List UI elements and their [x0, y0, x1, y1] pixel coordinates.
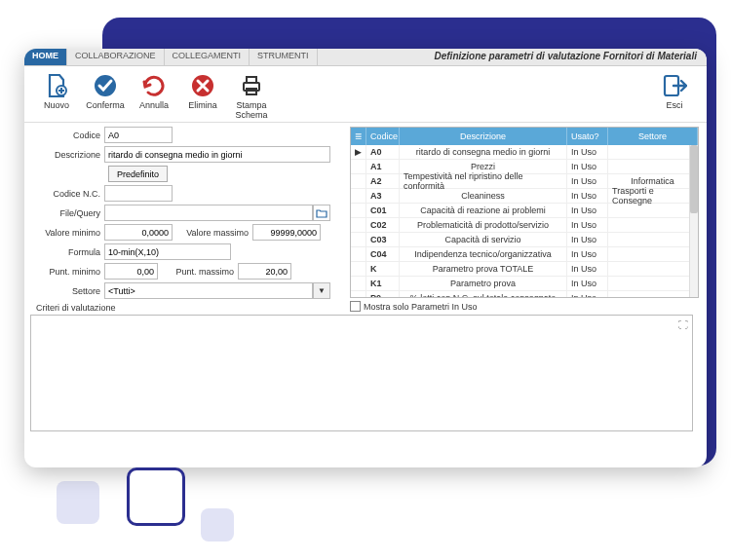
toolbar: Nuovo Conferma Annulla Elimina Stampa Sc… [24, 66, 707, 123]
row-marker [351, 262, 366, 276]
tab-bar: HOME COLLABORAZIONE COLLEGAMENTI STRUMEN… [24, 49, 707, 66]
cell-settore: Trasporti e Consegne [608, 189, 698, 203]
cell-codice: K [366, 262, 400, 276]
descrizione-input[interactable] [104, 146, 330, 163]
cell-settore [608, 145, 698, 159]
predefinito-button[interactable]: Predefinito [108, 166, 168, 182]
settore-dropdown-button[interactable]: ▼ [313, 282, 330, 299]
cell-codice: A0 [366, 145, 400, 159]
confirm-check-icon [92, 72, 119, 99]
cell-descrizione: Cleaniness [400, 189, 567, 203]
form-panel: Codice Descrizione Predefinito Codice N.… [32, 127, 344, 460]
cell-settore [608, 277, 698, 290]
stampa-schema-button[interactable]: Stampa Schema [227, 72, 276, 121]
elimina-label: Elimina [188, 101, 217, 111]
row-marker [351, 277, 366, 290]
app-window: HOME COLLABORAZIONE COLLEGAMENTI STRUMEN… [24, 49, 707, 467]
table-row[interactable]: C03Capacità di servizioIn Uso [351, 233, 698, 247]
row-marker [351, 174, 366, 188]
delete-icon [189, 72, 216, 99]
table-row[interactable]: C02Problematicità di prodotto/servizioIn… [351, 218, 698, 233]
table-row[interactable]: C04Indipendenza tecnico/organizzativaIn … [351, 247, 698, 262]
cell-settore [608, 247, 698, 261]
row-marker [351, 291, 366, 297]
table-row[interactable]: P0% lotti con N.C. sul totale consegnato… [351, 291, 698, 297]
criteri-label: Criteri di valutazione [36, 303, 344, 313]
cell-descrizione: ritardo di consegna medio in giorni [400, 145, 567, 159]
esci-button[interactable]: Esci [650, 72, 699, 111]
file-query-label: File/Query [32, 208, 104, 218]
cell-usato: In Uso [567, 218, 608, 232]
punt-massimo-label: Punt. massimo [158, 267, 238, 277]
cell-usato: In Uso [567, 262, 608, 276]
row-marker [351, 204, 366, 217]
grid-header-descrizione[interactable]: Descrizione [400, 128, 567, 145]
punt-minimo-label: Punt. minimo [32, 267, 104, 277]
cell-settore [608, 233, 698, 246]
formula-input[interactable] [104, 243, 231, 260]
svg-rect-4 [247, 77, 256, 83]
grid-header-codice[interactable]: Codice [366, 128, 400, 145]
file-query-browse-button[interactable] [313, 205, 330, 221]
criteri-textarea[interactable]: ⛶ [30, 315, 693, 431]
cell-codice: C01 [366, 204, 400, 217]
grid-header-usato[interactable]: Usato? [567, 128, 608, 145]
mostra-solo-in-uso-checkbox[interactable] [350, 301, 361, 312]
grid-scrollbar[interactable] [689, 145, 698, 297]
codice-nc-label: Codice N.C. [32, 189, 104, 199]
conferma-button[interactable]: Conferma [81, 72, 130, 111]
decorative-square-2 [127, 467, 185, 526]
undo-icon [140, 72, 168, 99]
cell-codice: P0 [366, 291, 400, 297]
cell-codice: C02 [366, 218, 400, 232]
folder-icon [316, 208, 327, 218]
settore-label: Settore [32, 286, 104, 296]
formula-label: Formula [32, 247, 104, 257]
cell-descrizione: Indipendenza tecnico/organizzativa [400, 247, 567, 261]
row-marker [351, 233, 366, 246]
tab-collegamenti[interactable]: COLLEGAMENTI [165, 49, 250, 65]
tab-strumenti[interactable]: STRUMENTI [250, 49, 318, 65]
grid-menu-icon[interactable]: ≡ [351, 128, 366, 145]
cell-descrizione: Parametro prova [400, 277, 567, 290]
annulla-button[interactable]: Annulla [130, 72, 178, 111]
cell-settore [608, 291, 698, 297]
print-icon [238, 72, 265, 99]
row-marker [351, 160, 366, 173]
table-row[interactable]: K1Parametro provaIn Uso [351, 277, 698, 291]
elimina-button[interactable]: Elimina [178, 72, 227, 111]
grid-body[interactable]: ▶A0ritardo di consegna medio in giorniIn… [351, 145, 698, 297]
chevron-down-icon: ▼ [318, 286, 326, 295]
cell-settore [608, 262, 698, 276]
table-row[interactable]: KParametro prova TOTALEIn Uso [351, 262, 698, 277]
punt-minimo-input[interactable] [104, 263, 158, 280]
cell-codice: C04 [366, 247, 400, 261]
cell-settore [608, 160, 698, 173]
codice-input[interactable] [104, 127, 173, 143]
tab-collaborazione[interactable]: COLLABORAZIONE [67, 49, 165, 65]
table-row[interactable]: C01Capacità di reazione ai problemiIn Us… [351, 204, 698, 218]
valore-minimo-input[interactable] [104, 224, 173, 241]
codice-nc-input[interactable] [104, 185, 173, 202]
cell-descrizione: Capacità di servizio [400, 233, 567, 246]
file-query-input[interactable] [104, 205, 313, 221]
settore-input[interactable] [104, 282, 313, 299]
cell-codice: A1 [366, 160, 400, 173]
table-row[interactable]: A3CleaninessIn UsoTrasporti e Consegne [351, 189, 698, 204]
decorative-square-1 [57, 481, 99, 524]
cell-descrizione: Problematicità di prodotto/servizio [400, 218, 567, 232]
grid-header-settore[interactable]: Settore [608, 128, 698, 145]
nuovo-button[interactable]: Nuovo [32, 72, 81, 111]
window-title: Definizione parametri di valutazione For… [435, 51, 698, 61]
cell-usato: In Uso [567, 145, 608, 159]
valore-massimo-input[interactable] [252, 224, 321, 241]
punt-massimo-input[interactable] [238, 263, 291, 280]
tab-home[interactable]: HOME [24, 49, 67, 65]
new-document-icon [43, 72, 70, 99]
cell-usato: In Uso [567, 204, 608, 217]
cell-descrizione: % lotti con N.C. sul totale consegnato [400, 291, 567, 297]
expand-icon[interactable]: ⛶ [678, 319, 688, 330]
table-row[interactable]: ▶A0ritardo di consegna medio in giorniIn… [351, 145, 698, 160]
cell-descrizione: Tempestività nel ripristino delle confor… [400, 174, 567, 188]
grid-scroll-thumb[interactable] [690, 145, 698, 213]
